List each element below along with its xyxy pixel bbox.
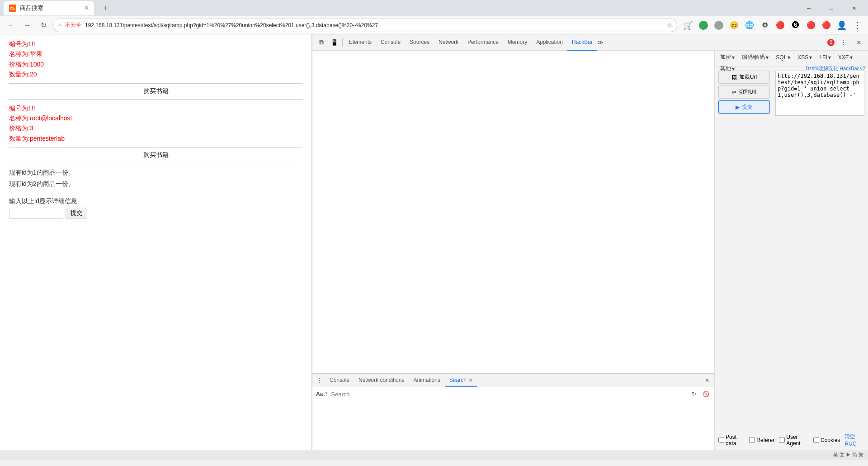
tab-close-btn[interactable]: × — [85, 4, 89, 12]
tab-network[interactable]: Network — [434, 34, 463, 51]
case-sensitive-btn[interactable]: Aa — [316, 391, 323, 397]
split-url-label: 切割Url — [739, 88, 756, 96]
search-results — [312, 401, 714, 450]
new-tab-button[interactable]: + — [99, 2, 112, 14]
maximize-button[interactable]: □ — [821, 0, 842, 16]
devtools-panel: ⧉ 📱 Elements Console Sources Network Per… — [312, 34, 868, 450]
tab-application[interactable]: Application — [532, 34, 567, 51]
devtools-more-tabs[interactable]: ≫ — [597, 39, 604, 46]
ext-icon-4[interactable]: 😊 — [727, 18, 741, 33]
bottom-tab-search[interactable]: Search × — [445, 374, 477, 387]
bottom-tab-console[interactable]: Console — [325, 374, 354, 387]
minimize-button[interactable]: ─ — [798, 0, 819, 16]
main-container: 编号为1!! 名称为:苹果 价格为:1000 数量为:20 购买书籍 编号为1!… — [0, 34, 868, 450]
bottom-tab-network-conditions[interactable]: Network conditions — [354, 374, 409, 387]
product1-name: 名称为:苹果 — [9, 49, 302, 59]
hackbar-encrypt-btn[interactable]: 加密 ▾ — [717, 52, 737, 62]
hackbar-load-url-btn[interactable]: 🖼 加载Url — [718, 71, 770, 84]
encode-chevron: ▾ — [766, 54, 769, 61]
hackbar-submit-btn[interactable]: ▶ 提交 — [718, 100, 770, 114]
security-label: 不安全 — [65, 21, 81, 29]
hackbar-xss-btn[interactable]: XSS ▾ — [795, 53, 815, 62]
bookmark-icon[interactable]: ☆ — [666, 22, 672, 29]
cookies-checkbox[interactable] — [813, 437, 819, 443]
ext-icon-5[interactable]: 🌐 — [742, 18, 757, 33]
search-input[interactable] — [330, 390, 686, 399]
ext-icon-9[interactable]: 🔴 — [804, 18, 818, 33]
hackbar-encode-btn[interactable]: 编码/解码 ▾ — [739, 52, 771, 62]
form-section: 输入以上id显示详细信息 提交 — [9, 197, 302, 219]
submit-label: 提交 — [742, 103, 753, 111]
menu-icon[interactable]: ⋮ — [850, 18, 864, 33]
search-tab-label: Search — [449, 377, 467, 383]
referer-option[interactable]: Referer — [749, 437, 774, 443]
hackbar-sql-btn[interactable]: SQL ▾ — [773, 53, 793, 62]
ext-icon-10[interactable]: 🔴 — [819, 18, 834, 33]
hackbar-toolbar: 加密 ▾ 编码/解码 ▾ SQL ▾ XSS ▾ — [715, 51, 868, 67]
tab-performance[interactable]: Performance — [463, 34, 503, 51]
submit-button[interactable]: 提交 — [66, 208, 87, 219]
hackbar-lfi-btn[interactable]: LFI ▾ — [816, 53, 833, 62]
ext-icon-3[interactable] — [712, 18, 726, 33]
security-icon: ⚠ — [57, 22, 62, 29]
tab-console[interactable]: Console — [376, 34, 405, 51]
drawer-options-icon[interactable]: ⋮ — [314, 375, 325, 386]
product2-name: 名称为:root@localhost — [9, 113, 302, 123]
bottom-right-controls: ✕ — [702, 375, 712, 386]
search-actions: ↻ 🚫 — [689, 389, 711, 399]
user-agent-option[interactable]: User Agent — [779, 434, 809, 447]
id-input[interactable] — [9, 208, 63, 219]
tab-hackbar[interactable]: HackBar — [567, 34, 597, 51]
referer-checkbox[interactable] — [749, 437, 755, 443]
devtools-main: ⋮ Console Network conditions Animations … — [312, 51, 714, 450]
error-indicator[interactable]: 2 — [827, 39, 835, 46]
regex-btn[interactable]: .* — [324, 391, 327, 397]
hackbar-xxe-btn[interactable]: XXE ▾ — [835, 53, 855, 62]
form-label: 输入以上id显示详细信息 — [9, 197, 302, 205]
product1-id: 编号为1!! — [9, 39, 302, 49]
search-tab-close[interactable]: × — [469, 376, 472, 384]
post-data-option[interactable]: Post data — [718, 434, 745, 447]
address-bar[interactable]: ⚠ 不安全 192.168.18.131/pentest/test/sqli/s… — [52, 19, 677, 32]
buy-link-1[interactable]: 购买书籍 — [9, 87, 302, 95]
hackbar-action-buttons: 🖼 加载Url ✂ 切割Url ▶ 提交 — [715, 67, 774, 430]
xss-label: XSS — [797, 54, 808, 61]
buy-link-2[interactable]: 购买书籍 — [9, 151, 302, 159]
post-data-checkbox[interactable] — [718, 437, 724, 443]
forward-button[interactable]: → — [20, 18, 34, 33]
refresh-button[interactable]: ↻ — [36, 18, 51, 33]
bottom-close-btn[interactable]: ✕ — [702, 375, 712, 386]
bottom-tab-animations[interactable]: Animations — [409, 374, 444, 387]
hackbar-split-url-btn[interactable]: ✂ 切割Url — [718, 86, 770, 99]
browser-chrome: 🛍 商品搜索 × + ─ □ ✕ ← → ↻ ⚠ 不安全 192.168.18.… — [0, 0, 868, 34]
clear-ruc-btn[interactable]: 清空RUC — [844, 433, 864, 447]
ext-icon-1[interactable]: 🛒 — [681, 18, 695, 33]
tab-memory[interactable]: Memory — [503, 34, 532, 51]
tab-sources[interactable]: Sources — [405, 34, 434, 51]
ext-icon-8[interactable]: 🅖 — [788, 18, 803, 33]
search-clear-icon[interactable]: 🚫 — [701, 389, 711, 399]
profile-icon[interactable]: 👤 — [835, 18, 849, 33]
search-refresh-icon[interactable]: ↻ — [689, 389, 699, 399]
user-agent-checkbox[interactable] — [779, 437, 785, 443]
ext-icon-2[interactable] — [696, 18, 711, 33]
product2-block: 编号为1!! 名称为:root@localhost 价格为:3 数量为:pent… — [9, 103, 302, 144]
close-button[interactable]: ✕ — [844, 0, 864, 16]
devtools-close-icon[interactable]: ✕ — [853, 36, 865, 49]
devtools-content — [312, 51, 714, 373]
tab-favicon: 🛍 — [9, 5, 16, 12]
hackbar-url-input[interactable]: http://192.168.18.131/pentest/test/sqli/… — [775, 71, 864, 116]
devtools-mobile-icon[interactable]: 📱 — [328, 36, 340, 49]
devtools-settings-icon[interactable]: ⋮ — [837, 36, 850, 49]
ext-icon-6[interactable]: ⚙ — [758, 18, 772, 33]
notice-2: 现有id为2的商品一份。 — [9, 178, 302, 190]
hackbar-body: 🖼 加载Url ✂ 切割Url ▶ 提交 http://19 — [715, 67, 868, 430]
divider-2 — [9, 99, 302, 100]
xxe-chevron: ▾ — [850, 54, 853, 61]
active-tab[interactable]: 🛍 商品搜索 × — [4, 1, 94, 15]
devtools-dock-icon[interactable]: ⧉ — [315, 36, 328, 49]
tab-elements[interactable]: Elements — [344, 34, 376, 51]
back-button[interactable]: ← — [4, 18, 18, 33]
cookies-option[interactable]: Cookies — [813, 437, 840, 443]
ext-icon-7[interactable]: 🔴 — [773, 18, 788, 33]
